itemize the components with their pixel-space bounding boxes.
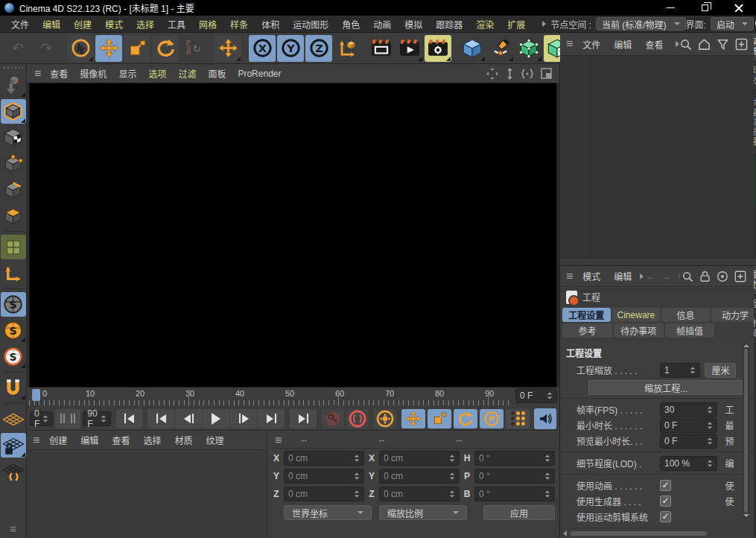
playback-sound-button[interactable] <box>534 408 556 429</box>
mm-menu-edit[interactable]: 编辑 <box>74 434 105 446</box>
search-icon[interactable] <box>682 270 693 282</box>
object-list-area[interactable] <box>560 56 756 258</box>
scale-project-button[interactable]: 缩放工程... <box>588 380 743 395</box>
lod-field[interactable]: 100 % <box>660 456 717 471</box>
key-pla-toggle[interactable] <box>506 409 530 428</box>
object-manager-menu-icon[interactable]: ≡ <box>566 38 573 50</box>
goto-end-button[interactable] <box>290 409 317 428</box>
vp-menu-filter[interactable]: 过滤 <box>172 67 202 80</box>
om-menu-file[interactable]: 文件 <box>576 38 607 51</box>
attribute-menu-icon[interactable]: ≡ <box>566 270 573 282</box>
pos-z-field[interactable]: 0 cm <box>284 487 364 501</box>
parent-up-icon[interactable]: ↑ <box>676 270 682 282</box>
range-start-field[interactable]: 0 F <box>30 411 53 426</box>
next-frame-button[interactable] <box>230 409 257 428</box>
zoom-view-icon[interactable] <box>506 68 514 80</box>
rot-h-field[interactable]: 0 ° <box>474 451 555 466</box>
redo-button[interactable]: ↷ <box>33 35 60 62</box>
move-tool-button[interactable] <box>95 35 122 62</box>
interface-dropdown[interactable]: 启动 <box>711 17 754 31</box>
menu-edit[interactable]: 编辑 <box>36 18 67 31</box>
range-end-field[interactable]: 90 F <box>83 411 110 426</box>
coordinate-system-button[interactable] <box>334 35 360 62</box>
min-time-field[interactable]: 0 F <box>660 418 717 433</box>
viewport-menu-icon[interactable]: ≡ <box>34 68 41 80</box>
rot-b-field[interactable]: 0 ° <box>474 487 555 501</box>
menu-tracker[interactable]: 跟踪器 <box>429 18 469 31</box>
add-icon[interactable] <box>734 270 746 282</box>
tab-dynamics[interactable]: 动力学 <box>711 308 756 322</box>
menu-animate[interactable]: 动画 <box>366 18 398 31</box>
menu-character[interactable]: 角色 <box>335 18 366 31</box>
workplane-grid-button[interactable] <box>1 407 26 431</box>
model-mode-button[interactable] <box>1 99 26 124</box>
tab-project-settings[interactable]: 工程设置 <box>562 308 611 322</box>
toggle-panel-icon[interactable] <box>541 68 552 79</box>
close-button[interactable] <box>722 0 756 16</box>
top-level-icon[interactable] <box>698 38 711 51</box>
scroll-up-icon[interactable] <box>743 344 749 347</box>
menu-mode[interactable]: 模式 <box>98 18 130 31</box>
search-icon[interactable] <box>679 38 692 51</box>
render-view-button[interactable] <box>368 35 395 62</box>
coordinates-menu-icon[interactable]: ≡ <box>275 434 282 446</box>
restore-button[interactable] <box>687 0 722 16</box>
key-scale-toggle[interactable] <box>428 409 451 428</box>
mm-menu-view[interactable]: 查看 <box>105 434 136 446</box>
edge-mode-button[interactable] <box>1 177 26 202</box>
menu-extensions[interactable]: 扩展 <box>501 18 532 31</box>
material-menu-icon[interactable]: ≡ <box>33 434 39 446</box>
range-marker-button[interactable] <box>55 409 80 428</box>
edit-render-settings-button[interactable] <box>425 35 451 62</box>
use-animation-checkbox[interactable]: ✓ <box>660 480 671 491</box>
spinner-arrows-icon[interactable] <box>544 392 553 399</box>
om-menu-edit[interactable]: 编辑 <box>607 38 638 51</box>
lock-x-axis-button[interactable]: X <box>249 35 276 62</box>
points-mode-button[interactable] <box>1 151 26 176</box>
use-motion-system-checkbox[interactable]: ✓ <box>660 511 671 522</box>
menu-simulate[interactable]: 模拟 <box>398 18 429 31</box>
menu-spline[interactable]: 样条 <box>223 18 255 31</box>
mm-menu-texture[interactable]: 纹理 <box>199 434 230 446</box>
tab-info[interactable]: 信息 <box>661 308 710 322</box>
unit-dropdown[interactable]: 厘米 <box>705 363 736 378</box>
tab-todo[interactable]: 待办事项 <box>614 323 664 338</box>
am-menu-mode[interactable]: 模式 <box>576 270 607 282</box>
menu-file[interactable]: 文件 <box>4 18 36 31</box>
scroll-left-icon[interactable] <box>563 531 567 537</box>
history-back-icon[interactable]: ← <box>645 270 655 282</box>
lock-z-axis-button[interactable]: Z <box>305 35 332 62</box>
vp-menu-prorender[interactable]: ProRender <box>232 69 287 79</box>
menu-mograph[interactable]: 运动图形 <box>286 18 335 31</box>
mm-menu-select[interactable]: 选择 <box>136 434 168 446</box>
palette-menu-icon[interactable]: ≡ <box>10 522 16 535</box>
render-to-picture-viewer-button[interactable] <box>396 35 423 62</box>
menu-mesh[interactable]: 网格 <box>192 18 223 31</box>
coordinate-system-dropdown[interactable]: 世界坐标 <box>284 505 372 520</box>
menu-render[interactable]: 渲染 <box>469 18 501 31</box>
vertical-scrollbar[interactable] <box>743 343 749 519</box>
size-y-field[interactable]: 0 cm <box>379 469 460 484</box>
scroll-down-icon[interactable] <box>743 514 749 517</box>
rotate-workplane-button[interactable] <box>1 459 26 484</box>
add-icon[interactable] <box>735 38 748 51</box>
timeline-playhead[interactable] <box>32 389 40 401</box>
vp-menu-view[interactable]: 查看 <box>44 67 74 80</box>
pos-x-field[interactable]: 0 cm <box>284 451 364 466</box>
filter-icon[interactable] <box>717 38 729 51</box>
menu-select[interactable]: 选择 <box>130 18 161 31</box>
horizontal-scrollbar[interactable] <box>560 529 756 538</box>
material-list-area[interactable] <box>27 450 267 538</box>
record-keyframe-button[interactable] <box>322 409 344 428</box>
active-tool-move-button[interactable] <box>215 35 241 62</box>
apply-button[interactable]: 应用 <box>483 505 555 520</box>
spinner-arrows-icon[interactable] <box>39 415 48 423</box>
current-frame-field[interactable]: 0 F <box>515 388 557 403</box>
preview-min-time-field[interactable]: 0 F <box>660 434 717 449</box>
spinner-arrows-icon[interactable] <box>98 415 107 423</box>
rotate-tool-button[interactable] <box>152 35 179 62</box>
key-parameter-toggle[interactable]: P <box>480 409 504 428</box>
texture-mode-button[interactable] <box>1 125 26 150</box>
make-editable-button[interactable] <box>1 73 26 98</box>
vp-menu-panel[interactable]: 面板 <box>202 67 232 80</box>
